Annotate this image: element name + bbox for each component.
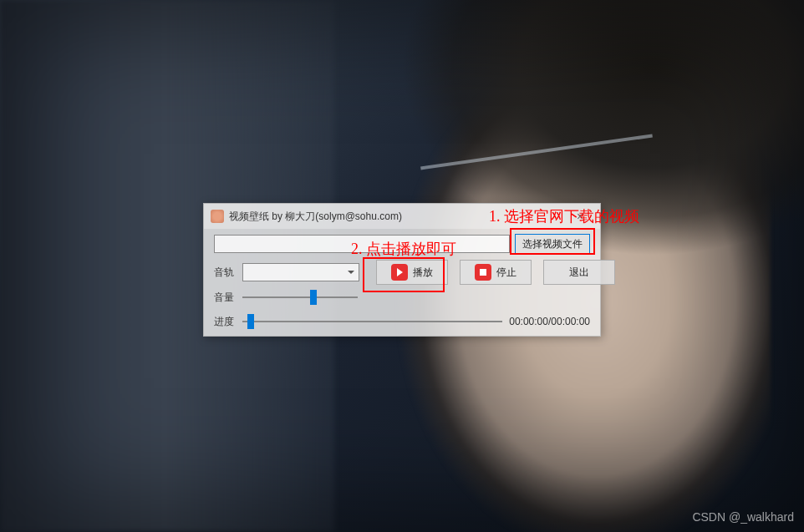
progress-label: 进度 [214, 315, 242, 329]
watermark: CSDN @_walkhard [692, 510, 794, 524]
select-video-file-button[interactable]: 选择视频文件 [515, 234, 590, 254]
progress-slider[interactable] [242, 313, 502, 330]
time-display: 00:00:00/00:00:00 [509, 316, 590, 327]
play-button[interactable]: 播放 [376, 260, 448, 285]
volume-label: 音量 [214, 291, 242, 305]
close-icon: × [577, 210, 583, 223]
play-icon [391, 264, 408, 281]
track-label: 音轨 [214, 266, 242, 280]
video-wallpaper-dialog: 视频壁纸 by 柳大刀(solym@sohu.com) × 选择视频文件 音轨 … [203, 203, 601, 337]
stop-label: 停止 [496, 266, 516, 280]
audio-track-select[interactable] [242, 263, 359, 281]
app-icon [211, 210, 224, 223]
video-path-input[interactable] [214, 235, 510, 253]
close-button[interactable]: × [563, 207, 597, 225]
play-label: 播放 [413, 266, 433, 280]
exit-label: 退出 [569, 266, 589, 280]
volume-slider[interactable] [242, 289, 358, 306]
exit-button[interactable]: 退出 [543, 260, 615, 285]
window-title: 视频壁纸 by 柳大刀(solym@sohu.com) [229, 210, 563, 224]
stop-icon [475, 264, 491, 281]
select-file-label: 选择视频文件 [522, 237, 583, 251]
stop-button[interactable]: 停止 [460, 260, 532, 285]
titlebar[interactable]: 视频壁纸 by 柳大刀(solym@sohu.com) × [204, 204, 600, 229]
